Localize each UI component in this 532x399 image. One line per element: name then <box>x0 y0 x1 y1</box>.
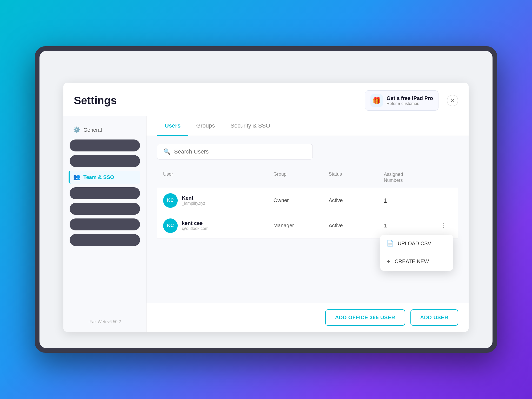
user-email-1: _iamplify.xyz <box>182 201 205 206</box>
settings-header: Settings 🎁 Get a free iPad Pro Refer a c… <box>63 83 469 116</box>
promo-text: Get a free iPad Pro Refer a customer. <box>387 95 433 106</box>
sidebar-pill-2[interactable] <box>70 155 140 167</box>
sidebar-pill-1[interactable] <box>70 139 140 151</box>
plus-icon: + <box>387 257 390 265</box>
user-numbers-1[interactable]: 1 <box>384 197 439 203</box>
sidebar-pill-5[interactable] <box>70 218 140 230</box>
user-details-1: Kent _iamplify.xyz <box>182 195 205 206</box>
sidebar: ⚙️ General 👥 Team & SSO <box>63 116 147 332</box>
sidebar-label-general: General <box>83 127 102 133</box>
promo-main-text: Get a free iPad Pro <box>387 95 433 101</box>
search-bar[interactable]: 🔍 <box>157 144 313 159</box>
gear-icon: ⚙️ <box>73 127 80 133</box>
settings-body: ⚙️ General 👥 Team & SSO <box>63 116 469 332</box>
search-icon: 🔍 <box>163 148 170 155</box>
user-status-1: Active <box>329 197 384 203</box>
col-header-group: Group <box>274 171 329 184</box>
promo-sub-text: Refer a customer. <box>387 101 433 106</box>
avatar-2: KC <box>163 218 178 233</box>
app-version: iFax Web v6.50.2 <box>70 314 140 324</box>
team-icon: 👥 <box>73 174 80 181</box>
user-group-2: Manager <box>274 223 329 229</box>
user-group-1: Owner <box>274 197 329 203</box>
user-name-2: kent cee <box>182 220 209 226</box>
table-header: User Group Status AssignedNumbers <box>157 167 458 188</box>
tab-groups[interactable]: Groups <box>188 116 223 136</box>
tab-users[interactable]: Users <box>157 116 188 136</box>
sidebar-label-team: Team & SSO <box>83 174 114 180</box>
col-header-actions <box>439 171 452 184</box>
user-info-1: KC Kent _iamplify.xyz <box>163 193 274 208</box>
page-title: Settings <box>74 94 117 107</box>
app-area: Settings 🎁 Get a free iPad Pro Refer a c… <box>39 51 493 348</box>
sidebar-pill-4[interactable] <box>70 203 140 215</box>
user-email-2: @outlook.com <box>182 226 209 231</box>
col-header-user: User <box>163 171 274 184</box>
promo-banner[interactable]: 🎁 Get a free iPad Pro Refer a customer. <box>365 90 438 111</box>
add-user-button[interactable]: ADD USER <box>410 309 458 326</box>
search-input[interactable] <box>174 148 306 155</box>
tabs-bar: Users Groups Security & SSO <box>147 116 469 136</box>
user-numbers-2[interactable]: 1 <box>384 223 439 229</box>
user-status-2: Active <box>329 223 384 229</box>
sidebar-pill-3[interactable] <box>70 187 140 199</box>
more-options-button[interactable]: ⋮ <box>439 221 448 230</box>
close-button[interactable]: ✕ <box>447 95 458 106</box>
user-name-1: Kent <box>182 195 205 201</box>
user-details-2: kent cee @outlook.com <box>182 220 209 231</box>
content-area: 🔍 User Group Status AssignedNumbers <box>147 136 469 303</box>
sidebar-item-team[interactable]: 👥 Team & SSO <box>69 171 140 184</box>
col-header-numbers: AssignedNumbers <box>384 171 439 184</box>
dropdown-item-create-new[interactable]: + CREATE NEW <box>380 252 453 271</box>
dropdown-item-upload-csv[interactable]: 📄 UPLOAD CSV <box>380 235 453 252</box>
promo-icon: 🎁 <box>370 94 383 107</box>
csv-icon: 📄 <box>387 240 394 247</box>
add-office-365-user-button[interactable]: ADD OFFICE 365 USER <box>325 309 405 326</box>
col-header-status: Status <box>329 171 384 184</box>
footer-actions: ADD OFFICE 365 USER ADD USER <box>147 303 469 332</box>
upload-csv-label: UPLOAD CSV <box>398 241 431 247</box>
avatar-1: KC <box>163 193 178 208</box>
table-row: KC Kent _iamplify.xyz Owner Active 1 <box>157 188 458 213</box>
sidebar-item-general[interactable]: ⚙️ General <box>70 124 140 136</box>
device-screen: Settings 🎁 Get a free iPad Pro Refer a c… <box>39 51 493 348</box>
dropdown-menu: 📄 UPLOAD CSV + CREATE NEW <box>380 235 453 271</box>
create-new-label: CREATE NEW <box>395 258 429 264</box>
main-content: Users Groups Security & SSO 🔍 <box>147 116 469 332</box>
device-frame: Settings 🎁 Get a free iPad Pro Refer a c… <box>35 46 497 353</box>
sidebar-pill-6[interactable] <box>70 234 140 246</box>
tab-security[interactable]: Security & SSO <box>223 116 278 136</box>
user-info-2: KC kent cee @outlook.com <box>163 218 274 233</box>
settings-panel: Settings 🎁 Get a free iPad Pro Refer a c… <box>63 83 469 332</box>
